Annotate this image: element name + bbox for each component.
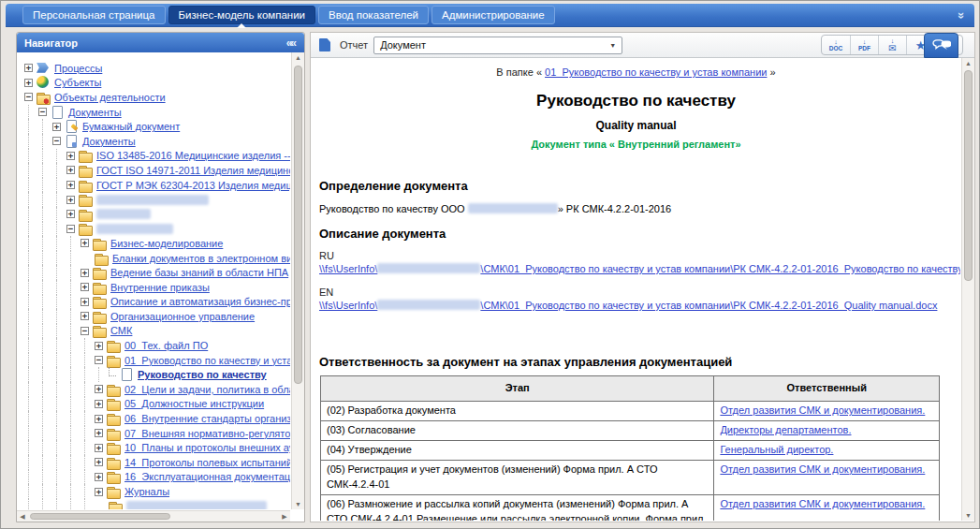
tree-item[interactable]: +06_Внутренние стандарты организации	[18, 411, 290, 426]
tree-item[interactable]: +Процессы	[18, 61, 290, 76]
tree-item-label[interactable]: Организационное управление	[110, 311, 255, 322]
scroll-down-icon[interactable]: ▼	[292, 501, 304, 507]
expand-icon[interactable]: +	[24, 64, 33, 72]
responsible-link[interactable]: Отдел развития СМК и документирования.	[720, 404, 925, 416]
scroll-down-icon[interactable]: ▼	[962, 512, 974, 519]
send-email-button[interactable]: ↓ ✉	[878, 36, 906, 54]
expand-icon[interactable]: +	[95, 488, 103, 496]
tree-item-label[interactable]: Ведение базы знаний в области НПА	[110, 267, 288, 278]
expand-icon[interactable]: +	[24, 79, 33, 87]
tree-item[interactable]: +Бумажный документ	[18, 119, 290, 134]
tree-item-label[interactable]: Бумажный документ	[82, 121, 180, 132]
tree-item-label[interactable]: ГОСТ ISO 14971-2011 Изделия медицинские.…	[96, 165, 290, 176]
tree-item[interactable]: −Объекты деятельности	[18, 90, 290, 105]
expand-icon[interactable]: +	[66, 196, 75, 204]
tree-item-label[interactable]: СМК	[110, 325, 132, 336]
scrollbar-thumb[interactable]	[964, 70, 973, 281]
tree-item-label[interactable]: Субъекты	[54, 77, 101, 88]
expand-icon[interactable]: +	[95, 385, 103, 393]
tree-item-label[interactable]: ГОСТ Р МЭК 62304-2013 Изделия медицински…	[96, 180, 290, 191]
tree-item[interactable]: −01_Руководство по качеству и устав комп…	[18, 353, 290, 368]
breadcrumb-folder-link[interactable]: 01_Руководство по качеству и устав компа…	[545, 66, 767, 78]
tree-item-label[interactable]: 14_Протоколы полевых испытаний	[124, 457, 290, 468]
scrollbar-thumb[interactable]	[294, 66, 302, 384]
responsible-link[interactable]: Отдел развития СМК и документирования.	[720, 463, 925, 475]
tree-item-label[interactable]: 00_Тех. файл ПО	[124, 340, 208, 351]
tree-item-label[interactable]: Описание и автоматизация бизнес-процессо…	[110, 296, 290, 307]
expand-icon[interactable]: +	[66, 210, 75, 218]
file-link-en[interactable]: \\fs\UserInfo\\СМК\01_Руководство по кач…	[319, 300, 937, 311]
scroll-left-icon[interactable]: ◀	[17, 511, 28, 522]
responsible-link[interactable]: Отдел развития СМК и документирования.	[720, 498, 925, 509]
tree-item-label[interactable]: Бланки документов в электронном виде	[112, 253, 290, 264]
tree-item[interactable]: +Описание и автоматизация бизнес-процесс…	[18, 295, 290, 310]
tree-item[interactable]: +Журналы	[18, 484, 290, 499]
tree-item[interactable]: +14_Протоколы полевых испытаний	[18, 455, 290, 470]
export-pdf-button[interactable]: ↓ PDF	[850, 36, 878, 54]
scroll-up-icon[interactable]: ▲	[962, 60, 974, 66]
tree-item-label[interactable]: 16_Эксплуатационная документация и техни…	[124, 471, 290, 482]
tab-inactive[interactable]: Администрирование	[431, 6, 555, 24]
expand-icon[interactable]: +	[95, 429, 103, 437]
expand-icon[interactable]: +	[80, 269, 89, 277]
report-type-select[interactable]: Документ ▼	[373, 37, 622, 54]
tree-item[interactable]: +Бизнес-моделирование	[18, 236, 290, 251]
tree-item-label[interactable]: Объекты деятельности	[54, 92, 166, 103]
tree-item-redacted[interactable]: +	[18, 192, 290, 207]
expand-icon[interactable]: +	[95, 415, 103, 423]
comments-tab[interactable]	[924, 33, 958, 58]
tree-item[interactable]: Бланки документов в электронном виде	[18, 251, 290, 266]
tree-item-redacted[interactable]: −	[18, 222, 290, 237]
navigator-horizontal-scrollbar[interactable]: ◀ ▶	[17, 510, 290, 522]
tree-item[interactable]: +16_Эксплуатационная документация и техн…	[18, 470, 290, 485]
tree-item-label[interactable]: 06_Внутренние стандарты организации	[124, 413, 290, 424]
tree-item-label[interactable]: Руководство по качеству	[138, 369, 267, 380]
tree-item[interactable]: −СМК	[18, 324, 290, 339]
expand-icon[interactable]: +	[80, 312, 89, 320]
expand-icon[interactable]: +	[95, 458, 103, 466]
tab-inactive[interactable]: Ввод показателей	[318, 6, 429, 24]
tree-item-label[interactable]: Процессы	[54, 63, 102, 74]
tree-item[interactable]: −Документы	[18, 134, 290, 149]
tree-item-label[interactable]: Бизнес-моделирование	[110, 238, 223, 249]
tree-item-label[interactable]: 01_Руководство по качеству и устав компа…	[124, 355, 290, 366]
tree-item-redacted[interactable]	[18, 499, 290, 509]
expand-icon[interactable]: +	[95, 444, 103, 452]
expand-icon[interactable]: +	[80, 239, 89, 247]
tree-item-label[interactable]: Журналы	[124, 486, 169, 497]
collapse-icon[interactable]: −	[38, 108, 47, 116]
navigator-vertical-scrollbar[interactable]: ▲ ▼	[291, 52, 304, 509]
tree-item[interactable]: +07_Внешняя нормативно-регуляторная доку…	[18, 426, 290, 441]
tree-item-label[interactable]: Документы	[82, 136, 136, 147]
collapse-icon[interactable]: −	[52, 137, 61, 145]
tree-item[interactable]: +ISO 13485-2016 Медицинские изделия -- С…	[18, 149, 290, 164]
tree-item[interactable]: +Внутренние приказы	[18, 280, 290, 295]
scroll-up-icon[interactable]: ▲	[292, 54, 304, 61]
tree-item[interactable]: +02_Цели и задачи, политика в области ка…	[18, 382, 290, 397]
tree-item[interactable]: +ГОСТ ISO 14971-2011 Изделия медицинские…	[18, 163, 290, 178]
tree-item-label[interactable]: 10_Планы и протоколы внешних аудитов	[124, 442, 290, 453]
tree-item[interactable]: +10_Планы и протоколы внешних аудитов	[18, 440, 290, 455]
file-link-ru[interactable]: \\fs\UserInfo\\СМК\01_Руководство по кач…	[319, 263, 960, 274]
expand-icon[interactable]: +	[80, 298, 89, 306]
collapse-topbar-icon[interactable]: »	[956, 11, 968, 18]
expand-icon[interactable]: +	[95, 400, 103, 408]
content-vertical-scrollbar[interactable]: ▲ ▼	[961, 58, 974, 521]
tree-item[interactable]: +ГОСТ Р МЭК 62304-2013 Изделия медицинск…	[18, 178, 290, 193]
responsible-link[interactable]: Директоры департаментов.	[720, 424, 851, 435]
collapse-icon[interactable]: −	[24, 93, 33, 101]
scroll-right-icon[interactable]: ▶	[279, 511, 290, 522]
tree-item-label[interactable]: Внутренние приказы	[110, 282, 210, 293]
expand-icon[interactable]: +	[66, 181, 75, 189]
tree-item[interactable]: Руководство по качеству	[18, 367, 290, 382]
tree-item[interactable]: +Организационное управление	[18, 309, 290, 324]
expand-icon[interactable]: +	[66, 166, 75, 174]
tree-item[interactable]: +Ведение базы знаний в области НПА	[18, 265, 290, 280]
tree-item-label[interactable]: 02_Цели и задачи, политика в области кач…	[124, 384, 290, 395]
expand-icon[interactable]: +	[52, 123, 61, 131]
export-doc-button[interactable]: ↓ DOC	[822, 36, 850, 54]
tree-item[interactable]: −Документы	[18, 105, 290, 120]
tab-inactive[interactable]: Персональная страница	[22, 6, 166, 24]
collapse-icon[interactable]: −	[80, 327, 89, 335]
collapse-icon[interactable]: −	[66, 225, 75, 233]
